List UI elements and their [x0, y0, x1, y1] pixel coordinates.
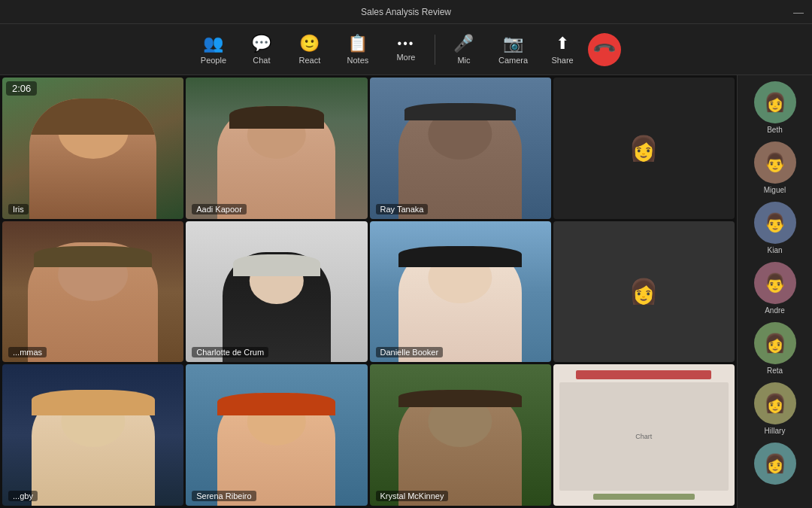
toolbar-notes[interactable]: 📋 Notes — [335, 28, 380, 71]
more-label: More — [396, 53, 415, 62]
window-title: Sales Analysis Review — [361, 7, 451, 17]
main-content: 2:06 Iris Aadi Kapoor — [0, 75, 812, 508]
video-cell-thomas[interactable]: ...mmas — [2, 221, 183, 363]
toolbar-separator — [435, 35, 435, 65]
toolbar-mic[interactable]: 🎤 Mic — [441, 28, 486, 71]
mic-label: Mic — [457, 56, 470, 65]
video-cell-presentation[interactable]: Chart — [553, 364, 735, 506]
toolbar: 👥 People 💬 Chat 🙂 React 📋 Notes ••• More… — [0, 24, 812, 75]
sidebar-participant-beth[interactable]: 👩 Beth — [741, 78, 809, 137]
chat-icon: 💬 — [251, 34, 271, 53]
video-name-rugby: ...gby — [8, 491, 38, 501]
sidebar-name-beth: Beth — [767, 126, 783, 134]
hillary-placeholder: 👩 — [629, 277, 659, 306]
sidebar-participant-miguel[interactable]: 👨 Miguel — [741, 138, 809, 197]
toolbar-share[interactable]: ⬆ Share — [540, 28, 585, 71]
sidebar-name-andre: Andre — [765, 306, 785, 315]
video-grid: 2:06 Iris Aadi Kapoor — [0, 75, 737, 508]
video-cell-iris[interactable]: Iris — [2, 78, 183, 219]
empty-cell-icon: 👩 — [629, 134, 659, 163]
sidebar-avatar-reta: 👩 — [754, 322, 796, 364]
video-cell-charlotte[interactable]: Charlotte de Crum — [186, 221, 367, 363]
sidebar-name-reta: Reta — [767, 367, 783, 375]
sidebar-avatar-miguel: 👨 — [754, 141, 796, 184]
video-cell-serena[interactable]: Serena Ribeiro — [186, 364, 367, 506]
people-icon: 👥 — [203, 34, 223, 53]
share-icon: ⬆ — [556, 34, 569, 53]
sidebar-avatar-hillary: 👩 — [754, 382, 796, 424]
camera-icon: 📷 — [503, 34, 523, 53]
chat-label: Chat — [253, 56, 270, 65]
sidebar-participant-extra[interactable]: 👩 — [741, 440, 809, 490]
notes-label: Notes — [347, 56, 369, 65]
minimize-button[interactable]: — — [794, 8, 803, 17]
video-name-danielle: Danielle Booker — [376, 347, 444, 357]
call-timer: 2:06 — [6, 81, 37, 96]
video-name-serena: Serena Ribeiro — [192, 491, 256, 501]
video-cell-aadi[interactable]: Aadi Kapoor — [186, 78, 367, 219]
video-name-ray: Ray Tanaka — [376, 204, 429, 214]
sidebar-avatar-extra: 👩 — [754, 443, 796, 485]
camera-label: Camera — [498, 56, 528, 65]
toolbar-people[interactable]: 👥 People — [191, 28, 236, 71]
sidebar-name-kian: Kian — [767, 246, 782, 254]
people-label: People — [201, 56, 226, 65]
title-bar: Sales Analysis Review — — [0, 0, 812, 24]
toolbar-react[interactable]: 🙂 React — [287, 28, 332, 71]
sidebar-name-hillary: Hillary — [765, 427, 786, 435]
sidebar-participant-reta[interactable]: 👩 Reta — [741, 319, 809, 378]
window-controls: — — [794, 8, 803, 17]
video-cell-hillary[interactable]: 👩 — [553, 221, 735, 363]
more-icon: ••• — [398, 37, 415, 50]
sidebar-avatar-kian: 👨 — [754, 202, 796, 244]
video-cell-rugby[interactable]: ...gby — [2, 364, 183, 506]
mic-icon: 🎤 — [453, 34, 474, 53]
sidebar-participants: 👩 Beth 👨 Miguel 👨 Kian 👨 Andre 👩 — [737, 75, 812, 508]
toolbar-chat[interactable]: 💬 Chat — [239, 28, 284, 71]
share-label: Share — [551, 56, 573, 65]
sidebar-name-miguel: Miguel — [764, 186, 786, 194]
react-icon: 🙂 — [299, 34, 320, 53]
sidebar-participant-kian[interactable]: 👨 Kian — [741, 199, 809, 257]
notes-icon: 📋 — [347, 34, 368, 53]
video-name-charlotte: Charlotte de Crum — [192, 347, 268, 357]
video-name-thomas: ...mmas — [8, 347, 47, 357]
end-call-button[interactable]: 📞 — [588, 33, 621, 66]
sidebar-avatar-beth: 👩 — [754, 81, 796, 123]
video-name-iris: Iris — [8, 204, 29, 214]
end-call-icon: 📞 — [592, 36, 618, 62]
sidebar-participant-andre[interactable]: 👨 Andre — [741, 259, 809, 318]
video-cell-ray[interactable]: Ray Tanaka — [370, 78, 551, 219]
video-cell-sidebar1[interactable]: 👩 — [553, 78, 735, 219]
toolbar-more[interactable]: ••• More — [383, 31, 429, 68]
video-cell-danielle[interactable]: Danielle Booker — [370, 221, 551, 363]
sidebar-avatar-andre: 👨 — [754, 262, 796, 304]
video-name-aadi: Aadi Kapoor — [192, 204, 247, 214]
toolbar-right-controls: 🎤 Mic 📷 Camera ⬆ Share 📞 — [441, 28, 621, 71]
video-cell-krystal[interactable]: Krystal McKinney — [370, 364, 551, 506]
toolbar-camera[interactable]: 📷 Camera — [489, 28, 537, 71]
video-name-krystal: Krystal McKinney — [376, 491, 449, 501]
sidebar-participant-hillary[interactable]: 👩 Hillary — [741, 379, 809, 438]
react-label: React — [299, 56, 321, 65]
